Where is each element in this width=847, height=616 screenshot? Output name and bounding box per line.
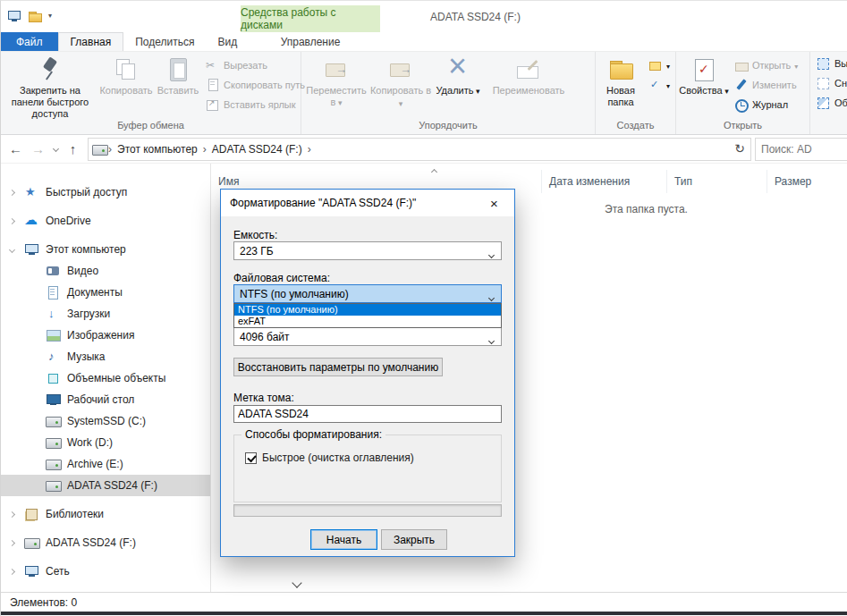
copy-to-button[interactable]: Копировать в <box>369 54 432 116</box>
new-folder-icon <box>605 55 637 85</box>
invert-selection-button[interactable]: Обр <box>812 93 847 113</box>
search-input[interactable] <box>756 139 847 160</box>
sidebar-item-label: Archive (E:) <box>67 458 123 470</box>
restore-defaults-button[interactable]: Восстановить параметры по умолчанию <box>233 358 443 376</box>
filesystem-label: Файловая система: <box>233 272 330 284</box>
cut-button[interactable]: Вырезать <box>201 55 309 75</box>
expander-chevron-icon[interactable] <box>10 190 24 195</box>
sidebar-item[interactable]: Видео <box>1 260 210 282</box>
breadcrumb-this-pc[interactable]: Этот компьютер <box>112 143 203 156</box>
sidebar-item[interactable]: Документы <box>1 282 210 303</box>
paste-button[interactable]: Вставить <box>155 54 201 116</box>
dropdown-option-exfat[interactable]: exFAT <box>234 316 501 327</box>
expander-chevron-icon[interactable] <box>10 248 24 252</box>
sidebar-item-label: Документы <box>67 286 123 299</box>
delete-button[interactable]: Удалить <box>432 54 484 116</box>
sort-ascending-chevron-icon[interactable] <box>432 165 436 177</box>
recent-locations-chevron-icon[interactable] <box>49 138 62 161</box>
qat-customize-chevron-icon[interactable]: ▾ <box>48 12 52 20</box>
paste-shortcut-button[interactable]: Вставить ярлык <box>201 95 309 114</box>
breadcrumb[interactable]: Этот компьютер ADATA SSD24 (F:) ↻ <box>88 138 751 161</box>
sidebar-item[interactable]: ADATA SSD24 (F:) <box>1 475 210 496</box>
pin-to-quick-access-button[interactable]: Закрепить на панели быстрого доступа <box>3 54 97 116</box>
scroll-down-chevron-icon[interactable] <box>293 577 301 589</box>
breadcrumb-current-drive[interactable]: ADATA SSD24 (F:) <box>207 143 308 156</box>
filesystem-combobox[interactable]: NTFS (по умолчанию) <box>233 284 502 303</box>
sidebar-item-label: OneDrive <box>46 215 91 227</box>
dropdown-option-ntfs[interactable]: NTFS (по умолчанию) <box>234 304 501 316</box>
tab-home[interactable]: Главная <box>58 32 124 51</box>
column-header-size[interactable]: Размер <box>767 170 847 193</box>
quick-format-checkbox[interactable] <box>245 452 257 464</box>
properties-button[interactable]: Свойства <box>678 54 730 116</box>
start-button[interactable]: Начать <box>310 529 377 550</box>
items-count: Элементов: 0 <box>10 596 77 609</box>
move-to-button[interactable]: Переместить в <box>303 54 369 116</box>
new-item-button[interactable] <box>644 55 673 75</box>
expander-chevron-icon[interactable] <box>10 541 24 545</box>
computer-icon <box>24 242 40 257</box>
sidebar-item[interactable]: Этот компьютер <box>1 239 210 260</box>
volume-label-input[interactable] <box>233 405 502 423</box>
quick-format-row[interactable]: Быстрое (очистка оглавления) <box>245 451 414 464</box>
open-folder-icon <box>733 58 749 72</box>
close-button[interactable]: Закрыть <box>381 529 447 550</box>
search-box[interactable] <box>755 138 847 161</box>
dialog-close-button[interactable]: × <box>474 190 514 216</box>
sidebar-item[interactable]: SystemSSD (C:) <box>1 410 210 432</box>
easy-access-button[interactable] <box>644 75 673 95</box>
chevron-down-icon <box>666 60 670 71</box>
sidebar-item[interactable]: Музыка <box>1 346 210 367</box>
sidebar-item[interactable]: Объемные объекты <box>1 367 210 389</box>
select-all-button[interactable]: Выд <box>812 54 847 73</box>
edit-button[interactable]: Изменить <box>730 75 801 95</box>
sidebar-item[interactable]: Быстрый доступ <box>1 181 210 203</box>
rename-button[interactable]: Переименовать <box>484 54 573 116</box>
ribbon-tabs: Файл Главная Поделиться Вид Управление <box>1 32 847 52</box>
sidebar-item-label: Рабочий стол <box>67 393 134 406</box>
tab-file[interactable]: Файл <box>1 32 58 51</box>
copy-path-icon <box>205 78 220 92</box>
sidebar-item-label: SystemSSD (C:) <box>67 415 146 427</box>
expander-chevron-icon[interactable] <box>10 219 24 224</box>
up-button[interactable]: ↑ <box>62 138 84 161</box>
select-none-button[interactable]: Сня <box>812 73 847 93</box>
copy-path-button[interactable]: Скопировать путь <box>201 75 309 95</box>
sidebar-item[interactable]: OneDrive <box>1 210 210 232</box>
sidebar-item[interactable]: Сеть <box>1 561 210 582</box>
dialog-title-bar[interactable]: Форматирование "ADATA SSD24 (F:)" × <box>221 190 514 216</box>
forward-button[interactable]: → <box>27 138 49 161</box>
history-button[interactable]: Журнал <box>730 95 801 114</box>
sidebar-item-label: ADATA SSD24 (F:) <box>46 536 136 549</box>
chevron-down-icon <box>794 60 798 71</box>
sidebar-item[interactable]: Библиотеки <box>1 503 210 525</box>
sidebar-item[interactable]: Изображения <box>1 325 210 346</box>
column-header-type[interactable]: Тип <box>667 170 767 193</box>
capacity-combobox[interactable]: 223 ГБ <box>233 241 502 260</box>
expander-chevron-icon[interactable] <box>10 512 24 517</box>
sidebar-item[interactable]: ADATA SSD24 (F:) <box>1 532 210 553</box>
desktop-icon <box>46 392 62 407</box>
expander-chevron-icon[interactable] <box>10 570 24 574</box>
sidebar-item[interactable]: Archive (E:) <box>1 453 210 475</box>
sidebar-item-label: ADATA SSD24 (F:) <box>67 479 157 492</box>
allocation-unit-combobox[interactable]: 4096 байт <box>233 327 502 346</box>
column-header-date[interactable]: Дата изменения <box>542 170 667 193</box>
tab-share[interactable]: Поделиться <box>123 32 206 51</box>
breadcrumb-separator[interactable] <box>308 143 311 156</box>
cloud-icon <box>24 214 40 228</box>
open-button[interactable]: Открыть <box>730 55 801 75</box>
ribbon-group-new: Новая папка Создать <box>596 52 676 134</box>
copy-button[interactable]: Копировать <box>97 54 155 116</box>
sidebar-item[interactable]: Work (D:) <box>1 432 210 453</box>
library-icon <box>24 507 40 521</box>
button-label: Изменить <box>752 80 797 90</box>
sidebar-item[interactable]: Загрузки <box>1 303 210 325</box>
refresh-button[interactable]: ↻ <box>734 141 745 156</box>
back-button[interactable]: ← <box>4 138 27 161</box>
tab-manage[interactable]: Управление <box>241 32 380 51</box>
pictures-icon <box>46 328 62 342</box>
sidebar-item[interactable]: Рабочий стол <box>1 389 210 410</box>
new-folder-button[interactable]: Новая папка <box>597 54 644 116</box>
folder-icon[interactable] <box>28 9 42 22</box>
